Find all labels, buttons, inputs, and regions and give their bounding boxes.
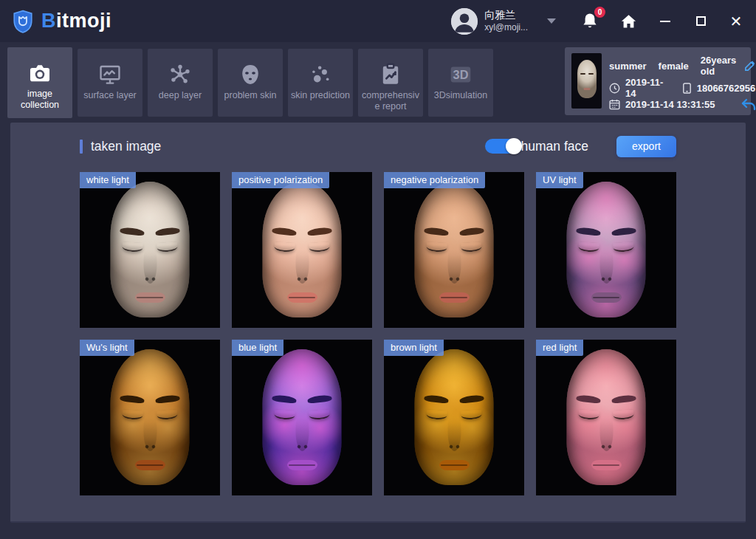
lips xyxy=(287,460,317,470)
tab-problem-skin[interactable]: problem skin xyxy=(218,49,283,117)
tab-image-collection[interactable]: image collection xyxy=(7,47,72,118)
tab-surface-layer[interactable]: surface layer xyxy=(78,49,142,117)
app-window: Bitmoji 向雅兰 xyl@moji... xyxy=(0,0,756,539)
face-photo xyxy=(232,340,372,495)
toggle-label: human face xyxy=(521,139,588,154)
camera-icon xyxy=(27,58,52,89)
face-photo xyxy=(384,172,524,328)
tab-skin-prediction[interactable]: skin prediction xyxy=(288,49,353,117)
face-oval xyxy=(415,349,494,485)
close-button[interactable]: ✕ xyxy=(728,13,744,30)
human-face-toggle[interactable] xyxy=(485,139,520,154)
patient-photo xyxy=(571,53,602,109)
light-mode-label: positive polarization xyxy=(232,172,329,188)
light-mode-label: white light xyxy=(80,172,136,188)
tile-positive-polarization[interactable]: positive polarization xyxy=(232,172,372,328)
face-oval xyxy=(567,182,646,317)
nose xyxy=(599,413,613,451)
calendar-icon xyxy=(609,99,620,110)
tab-label: problem skin xyxy=(221,90,280,101)
light-mode-label: red light xyxy=(536,340,583,356)
maximize-icon xyxy=(696,16,706,26)
app-title: Bitmoji xyxy=(41,10,111,32)
molecule-icon xyxy=(168,59,193,90)
minimize-icon xyxy=(660,21,670,22)
face-photo xyxy=(80,340,220,495)
nose xyxy=(599,245,613,284)
face-oval xyxy=(415,182,494,317)
lips xyxy=(591,460,622,470)
lips xyxy=(287,292,317,303)
tab-comprehensive-report[interactable]: comprehensive report xyxy=(358,49,423,117)
lips xyxy=(439,460,470,470)
lips xyxy=(591,292,622,303)
home-icon xyxy=(619,13,638,30)
face-photo xyxy=(384,340,524,495)
undo-back-icon[interactable] xyxy=(740,97,756,112)
patient-name: summer xyxy=(609,61,647,72)
content-panel: taken image human face export white ligh… xyxy=(10,123,746,523)
user-info[interactable]: 向雅兰 xyl@moji... xyxy=(484,9,528,33)
minimize-button[interactable] xyxy=(657,13,673,30)
light-mode-label: negative polarization xyxy=(384,172,485,188)
light-mode-label: blue light xyxy=(232,340,284,356)
user-email: xyl@moji... xyxy=(484,22,528,33)
export-button[interactable]: export xyxy=(616,136,676,157)
clock-icon xyxy=(609,83,620,94)
light-mode-label: brown light xyxy=(384,340,444,356)
notification-badge: 0 xyxy=(594,7,605,18)
tile-white-light[interactable]: white light xyxy=(80,172,220,328)
nose xyxy=(447,245,461,284)
3d-icon: 3D xyxy=(447,59,474,90)
close-icon: ✕ xyxy=(730,14,743,29)
face-photo xyxy=(80,172,220,328)
patient-age: 26years old xyxy=(701,55,736,77)
section-title: taken image xyxy=(91,139,161,154)
lips xyxy=(439,292,470,303)
tile-negative-polarization[interactable]: negative polarization xyxy=(384,172,524,328)
image-grid: white light positive polarization xyxy=(80,172,676,495)
tab-label: skin prediction xyxy=(288,90,353,101)
mask-icon xyxy=(238,59,263,90)
face-oval xyxy=(111,182,190,317)
tile-uv-light[interactable]: UV light xyxy=(536,172,676,328)
nose xyxy=(143,245,157,284)
patient-visit-date: 2019-11-14 xyxy=(625,77,667,99)
face-oval xyxy=(263,182,342,317)
chevron-down-icon[interactable] xyxy=(547,18,556,24)
section-accent-bar xyxy=(80,140,83,154)
user-avatar[interactable] xyxy=(451,8,478,35)
tile-brown-light[interactable]: brown light xyxy=(384,340,524,495)
phone-icon xyxy=(682,83,692,94)
home-button[interactable] xyxy=(619,13,638,30)
tab-3dsimulation[interactable]: 3D 3Dsimulation xyxy=(428,49,493,117)
tile-wu-s-light[interactable]: Wu's light xyxy=(80,340,220,495)
report-icon xyxy=(378,59,403,90)
tile-red-light[interactable]: red light xyxy=(536,340,676,495)
title-bar: Bitmoji 向雅兰 xyl@moji... xyxy=(0,0,756,42)
toggle-knob xyxy=(506,138,522,154)
tab-label: surface layer xyxy=(80,90,140,101)
tab-label: deep layer xyxy=(156,90,205,101)
edit-patient-icon[interactable] xyxy=(744,61,755,72)
light-mode-label: Wu's light xyxy=(80,340,134,356)
maximize-button[interactable] xyxy=(693,13,709,30)
app-logo: Bitmoji xyxy=(12,10,111,33)
tab-bar: image collection surface layer deep laye… xyxy=(7,49,493,118)
patient-card: summer female 26years old 2019-11-14 180… xyxy=(565,47,751,115)
nose xyxy=(295,245,309,284)
tab-label: 3Dsimulation xyxy=(431,90,490,101)
tile-blue-light[interactable]: blue light xyxy=(232,340,372,495)
face-photo xyxy=(232,172,372,328)
tab-deep-layer[interactable]: deep layer xyxy=(148,49,213,117)
nose xyxy=(447,413,461,451)
face-photo xyxy=(536,340,676,495)
nose xyxy=(143,413,157,451)
face-oval xyxy=(567,349,646,485)
shield-cat-logo-icon xyxy=(12,10,34,33)
notifications-button[interactable]: 0 xyxy=(581,12,599,31)
user-name: 向雅兰 xyxy=(484,9,528,22)
svg-text:3D: 3D xyxy=(453,68,469,81)
patient-face-thumbnail xyxy=(577,60,597,98)
tab-label: image collection xyxy=(7,89,72,111)
